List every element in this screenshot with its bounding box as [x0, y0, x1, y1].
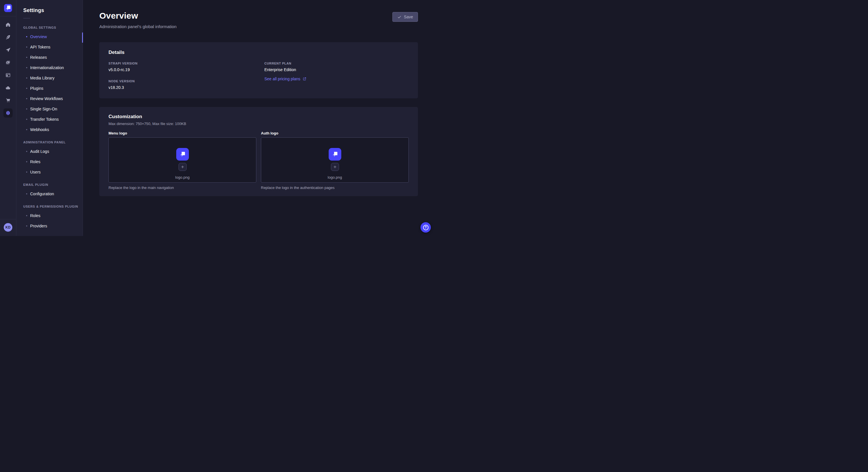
- subnav-item-internationalization[interactable]: Internationalization: [23, 63, 79, 73]
- main-content: Overview Administration panel’s global i…: [83, 0, 434, 236]
- bullet-dot: [26, 161, 27, 162]
- bullet-dot: [26, 215, 27, 216]
- bullet-dot: [26, 108, 27, 109]
- subnav-item-up-providers[interactable]: Providers: [23, 221, 79, 231]
- bullet-dot: [26, 77, 27, 78]
- section-label: USERS & PERMISSIONS PLUGIN: [23, 205, 79, 208]
- upload-hint: Replace the logo in the authentication p…: [261, 186, 409, 190]
- bullet-dot: [26, 171, 27, 173]
- upload-label: Auth logo: [261, 131, 409, 135]
- feather-icon: [5, 34, 11, 40]
- bullet-dot: [26, 67, 27, 68]
- rail-bottom: KD: [0, 219, 16, 236]
- strapi-logo-icon: [4, 4, 12, 12]
- field-value: v5.0.0-rc.19: [108, 67, 253, 72]
- cart-icon: [5, 98, 11, 103]
- bullet-dot: [26, 129, 27, 130]
- bullet-dot: [26, 151, 27, 152]
- details-heading: Details: [108, 49, 409, 55]
- subnav-item-audit-logs[interactable]: Audit Logs: [23, 146, 79, 157]
- bullet-dot: [26, 193, 27, 194]
- subnav-item-admin-users[interactable]: Users: [23, 167, 79, 177]
- layout-icon: [5, 72, 11, 78]
- bullet-dot: [26, 36, 27, 37]
- subnav-item-plugins[interactable]: Plugins: [23, 83, 79, 94]
- strapi-version-field: STRAPI VERSION v5.0.0-rc.19: [108, 62, 253, 72]
- page-subtitle: Administration panel’s global informatio…: [99, 24, 177, 29]
- strapi-logo[interactable]: [4, 4, 12, 12]
- field-value: Enterprise Edition: [265, 67, 409, 72]
- subnav-item-label: Plugins: [30, 86, 43, 91]
- user-avatar[interactable]: KD: [4, 223, 12, 232]
- page-header: Overview Administration panel’s global i…: [99, 11, 418, 29]
- section-label: GLOBAL SETTINGS: [23, 26, 79, 29]
- details-card: Details STRAPI VERSION v5.0.0-rc.19 NODE…: [99, 42, 418, 98]
- subnav-item-transfer-tokens[interactable]: Transfer Tokens: [23, 114, 79, 125]
- add-logo-button[interactable]: [331, 163, 339, 171]
- subnav-item-webhooks[interactable]: Webhooks: [23, 125, 79, 135]
- logo-filename: logo.png: [328, 175, 342, 179]
- subnav-item-label: Internationalization: [30, 65, 64, 70]
- subnav-item-label: Media Library: [30, 76, 55, 80]
- add-logo-button[interactable]: [179, 163, 187, 171]
- subnav-section-email-plugin: EMAIL PLUGIN Configuration: [23, 183, 79, 199]
- menu-logo-dropzone[interactable]: logo.png: [108, 137, 256, 183]
- images-icon: [5, 60, 11, 65]
- nav-media-button[interactable]: [3, 58, 12, 67]
- question-mark-icon: ?: [423, 225, 429, 230]
- customization-heading: Customization: [108, 114, 409, 120]
- nav-marketplace-button[interactable]: [3, 96, 12, 105]
- nav-layout-button[interactable]: [3, 71, 12, 80]
- subnav-item-admin-roles[interactable]: Roles: [23, 157, 79, 167]
- subnav-item-api-tokens[interactable]: API Tokens: [23, 42, 79, 52]
- main-nav-rail: KD: [0, 0, 17, 236]
- subnav-item-label: Single Sign-On: [30, 107, 57, 111]
- gear-icon: [5, 110, 11, 116]
- subnav-item-review-workflows[interactable]: Review Workflows: [23, 94, 79, 104]
- subnav-item-releases[interactable]: Releases: [23, 52, 79, 63]
- cloud-icon: [5, 85, 11, 91]
- subnav-item-label: Review Workflows: [30, 96, 63, 101]
- plus-icon: [333, 165, 337, 169]
- bullet-dot: [26, 225, 27, 227]
- field-label: STRAPI VERSION: [108, 62, 253, 65]
- subnav-item-email-configuration[interactable]: Configuration: [23, 189, 79, 199]
- subnav-item-label: Roles: [30, 160, 40, 164]
- subnav-item-overview[interactable]: Overview: [23, 32, 79, 42]
- auth-logo-dropzone[interactable]: logo.png: [261, 137, 409, 183]
- subnav-item-label: Users: [30, 170, 41, 174]
- subnav-item-media-library[interactable]: Media Library: [23, 73, 79, 83]
- external-link-icon: [303, 77, 307, 81]
- save-button-label: Save: [404, 14, 413, 19]
- bullet-dot: [26, 57, 27, 58]
- section-label: ADMINISTRATION PANEL: [23, 140, 79, 144]
- nav-deploy-button[interactable]: [3, 45, 12, 55]
- nav-content-button[interactable]: [3, 33, 12, 42]
- customization-card: Customization Max dimension: 750×750, Ma…: [99, 107, 418, 196]
- check-icon: [397, 15, 402, 19]
- details-grid: STRAPI VERSION v5.0.0-rc.19 NODE VERSION…: [108, 62, 409, 90]
- settings-subnav: Settings GLOBAL SETTINGS Overview API To…: [17, 0, 83, 236]
- pricing-plans-link-label: See all pricing plans: [265, 76, 300, 81]
- subnav-item-up-roles[interactable]: Roles: [23, 210, 79, 221]
- workspace-logo-wrap: [0, 0, 16, 16]
- nav-cloud-button[interactable]: [3, 83, 12, 92]
- strapi-logo-icon: [331, 150, 339, 158]
- pricing-plans-link[interactable]: See all pricing plans: [265, 76, 307, 81]
- subnav-item-single-sign-on[interactable]: Single Sign-On: [23, 104, 79, 114]
- bullet-dot: [26, 88, 27, 89]
- node-version-field: NODE VERSION v18.20.3: [108, 79, 253, 90]
- bullet-dot: [26, 98, 27, 99]
- nav-settings-button[interactable]: [3, 108, 12, 117]
- subnav-section-admin-panel: ADMINISTRATION PANEL Audit Logs Roles Us…: [23, 140, 79, 177]
- logo-upload-grid: Menu logo: [108, 131, 409, 190]
- current-plan-field: CURRENT PLAN Enterprise Edition: [265, 62, 409, 72]
- logo-filename: logo.png: [175, 175, 190, 179]
- nav-home-button[interactable]: [3, 20, 12, 29]
- save-button[interactable]: Save: [392, 12, 418, 22]
- subnav-section-global: GLOBAL SETTINGS Overview API Tokens Rele…: [23, 26, 79, 135]
- send-icon: [5, 47, 11, 53]
- subnav-item-label: Overview: [30, 34, 47, 39]
- details-left-column: STRAPI VERSION v5.0.0-rc.19 NODE VERSION…: [108, 62, 253, 90]
- help-button[interactable]: ?: [421, 222, 431, 233]
